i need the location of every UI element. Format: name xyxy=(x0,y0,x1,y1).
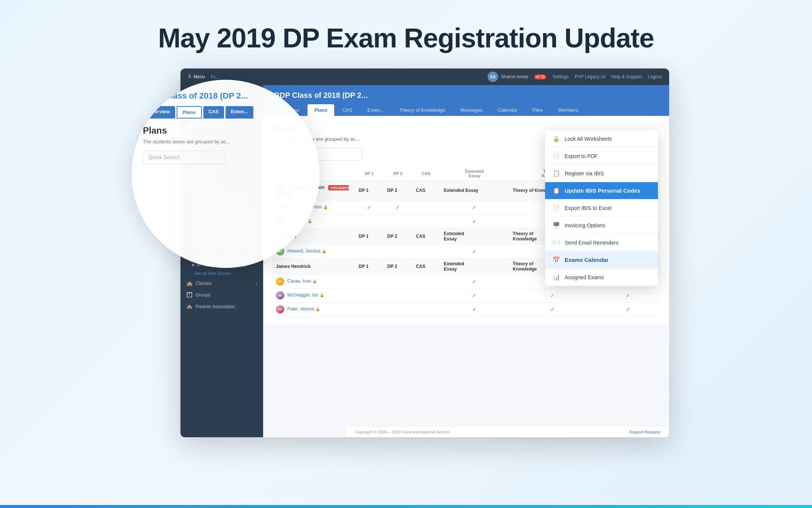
check-cand-patel: ✓ xyxy=(597,303,660,316)
dropdown-lock-worksheets[interactable]: 🔒 Lock All Worksheets xyxy=(545,130,658,148)
tab-files[interactable]: Files xyxy=(526,104,550,116)
check-theory-mc: ✓ xyxy=(509,289,597,303)
g2-col-dp2: DP 2 xyxy=(383,228,412,245)
zoom-tab-plans[interactable]: Plans xyxy=(177,106,202,119)
home-link[interactable]: Fr... xyxy=(211,74,219,80)
pyp-link[interactable]: PYP Legacy UI xyxy=(575,74,605,79)
dot-ap xyxy=(192,264,194,266)
dropdown-invoicing[interactable]: 🖥️ Invoicing Options xyxy=(545,217,658,234)
see-all-year-groups-link[interactable]: See all Year Groups xyxy=(180,269,263,277)
check-ext-liu: ✓ xyxy=(440,214,509,228)
dropdown-email-reminders[interactable]: ✉️ Send Email Reminders xyxy=(545,234,658,251)
check-cand-mc: ✓ xyxy=(597,289,660,303)
zoom-tabs: Overview Plans CAS Exten... xyxy=(143,106,308,119)
dropdown-menu: 🔒 Lock All Worksheets 📄 Export to PDF 📋 … xyxy=(545,130,658,286)
page-title: May 2019 DP Exam Registration Update xyxy=(0,0,812,68)
group-col-dp2: DP 2 xyxy=(383,181,412,201)
col-dp1-header: DP 1 xyxy=(355,167,383,181)
dropdown-exams-calendar[interactable]: 📅 Exams Calendar xyxy=(545,251,658,269)
g3-col-dp2: DP 2 xyxy=(383,259,412,275)
help-link[interactable]: Help & Support xyxy=(611,74,642,79)
check-dp2-ep: ✓ xyxy=(383,201,412,214)
check-ext-mc: ✓ xyxy=(440,289,509,303)
support-link[interactable]: Support Request xyxy=(629,430,660,434)
lock-icon-casas: 🔒 xyxy=(312,279,317,283)
sidebar-item-groups[interactable]: 👨‍👩‍👧‍👦 Groups xyxy=(180,289,263,301)
check-ext-ep: ✓ xyxy=(440,201,509,214)
settings-link[interactable]: Settings xyxy=(552,74,568,79)
exams-calendar-icon: 📅 xyxy=(553,256,560,263)
screenshot-container: ⠿ Menu Fr... SA Sharon Arese ✉ 78 Settin… xyxy=(143,68,669,437)
table-row: PV Patel, Veema 🔒 ✓ ✓ ✓ xyxy=(272,303,660,316)
top-nav: ⠿ Menu Fr... SA Sharon Arese ✉ 78 Settin… xyxy=(180,68,669,85)
col-cas-header: CAS xyxy=(412,167,440,181)
tab-members[interactable]: Members xyxy=(551,104,585,116)
logout-link[interactable]: Logout xyxy=(648,74,662,79)
zoom-circle-inner: IBDP Class of 2018 (DP 2... Overview Pla… xyxy=(132,80,320,268)
student-name-casas[interactable]: Casas, Ivan xyxy=(287,278,311,284)
check-ext-casas: ✓ xyxy=(440,275,509,289)
groups-icon: 👨‍👩‍👧‍👦 xyxy=(186,292,192,298)
export-ibis-icon: 📄 xyxy=(553,204,560,211)
zoom-plans-title: Plans xyxy=(143,125,308,136)
zoom-tab-exten[interactable]: Exten... xyxy=(226,106,253,119)
nav-right: SA Sharon Arese ✉ 78 Settings PYP Legacy… xyxy=(488,71,662,82)
tab-theory[interactable]: Theory of Knowledge xyxy=(392,104,452,116)
sidebar-item-classes[interactable]: 🏫 Classes › xyxy=(180,277,263,289)
lock-icon-ep: 🔒 xyxy=(323,205,328,209)
assigned-exams-icon: 📊 xyxy=(553,274,560,281)
teacher-name-james: James Hendrick xyxy=(272,259,355,275)
classes-icon: 🏫 xyxy=(186,280,192,286)
dropdown-assigned-exams[interactable]: 📊 Assigned Exams xyxy=(545,269,658,286)
student-avatar-patel: PV xyxy=(276,305,284,313)
student-name-howard[interactable]: Howard, Jessica xyxy=(287,248,320,254)
invoicing-icon: 🖥️ xyxy=(553,222,560,229)
zoom-tab-cas[interactable]: CAS xyxy=(203,106,224,119)
student-avatar-mcgreggor: MI xyxy=(276,291,284,300)
lock-icon-patel: 🔒 xyxy=(315,307,320,311)
dropdown-export-ibis-excel[interactable]: 📄 Export IBIS to Excel xyxy=(545,199,658,217)
lock-worksheets-icon: 🔒 xyxy=(553,135,560,142)
copyright-text: Copyright © 2006 – 2018 Faria Internatio… xyxy=(355,430,450,434)
main-content: IBDP Class of 2018 (DP 2... Overview Pla… xyxy=(263,85,669,437)
sidebar-item-parents-association[interactable]: 🏘️ Parents Association xyxy=(180,301,263,312)
tab-plans[interactable]: Plans xyxy=(308,104,334,116)
check-ext-howard: ✓ xyxy=(440,245,509,259)
g2-col-ext: ExtendedEssay xyxy=(440,228,509,245)
g3-col-cas: CAS xyxy=(412,259,440,275)
parents-icon: 🏘️ xyxy=(186,304,192,309)
dropdown-register-ibis[interactable]: 📋 Register via IBIS xyxy=(545,165,658,182)
bottom-gradient-bar xyxy=(0,505,812,508)
user-info: SA Sharon Arese xyxy=(488,71,529,82)
col-extended-header: ExtendedEssay xyxy=(440,167,509,181)
class-tabs: Overview Plans CAS Exten... Theory of Kn… xyxy=(272,104,660,116)
dropdown-update-ibis-codes[interactable]: 📋 Update IBIS Personal Codes xyxy=(545,182,658,199)
update-ibis-icon: 📋 xyxy=(553,187,560,194)
tab-cas[interactable]: CAS xyxy=(336,104,359,116)
group-col-cas: CAS xyxy=(412,181,440,201)
zoom-quick-search[interactable]: Quick Search xyxy=(143,151,226,164)
g3-col-dp1: DP 1 xyxy=(355,259,383,275)
dropdown-export-pdf[interactable]: 📄 Export to PDF xyxy=(545,148,658,165)
g2-col-cas: CAS xyxy=(412,228,440,245)
tab-calendar[interactable]: Calendar xyxy=(491,104,524,116)
notification-badge[interactable]: ✉ 78 xyxy=(534,75,546,79)
class-title: IBDP Class of 2018 (DP 2... xyxy=(272,91,660,100)
check-dp1-ep: ✓ xyxy=(355,201,383,214)
tab-extended[interactable]: Exten... xyxy=(361,104,391,116)
check-ext-patel: ✓ xyxy=(440,303,509,316)
student-name-mcgreggor[interactable]: McGreggor, Ian xyxy=(287,292,318,298)
student-name-patel[interactable]: Patel, Veema xyxy=(287,306,314,312)
menu-button[interactable]: ⠿ Menu xyxy=(188,74,205,79)
col-dp2-header: DP 2 xyxy=(383,167,412,181)
tab-messages[interactable]: Messages xyxy=(454,104,489,116)
nav-left: ⠿ Menu Fr... xyxy=(188,74,480,80)
g3-col-ext: ExtendedEssay xyxy=(440,259,509,275)
group-col-dp1: DP 1 xyxy=(355,181,383,201)
user-avatar: SA xyxy=(488,71,498,82)
email-icon: ✉️ xyxy=(553,239,560,246)
zoom-tab-overview[interactable]: Overview xyxy=(143,106,175,119)
zoom-circle: IBDP Class of 2018 (DP 2... Overview Pla… xyxy=(132,80,320,268)
app-footer: Copyright © 2006 – 2018 Faria Internatio… xyxy=(346,426,669,437)
lock-icon-mcgreggor: 🔒 xyxy=(320,293,324,297)
